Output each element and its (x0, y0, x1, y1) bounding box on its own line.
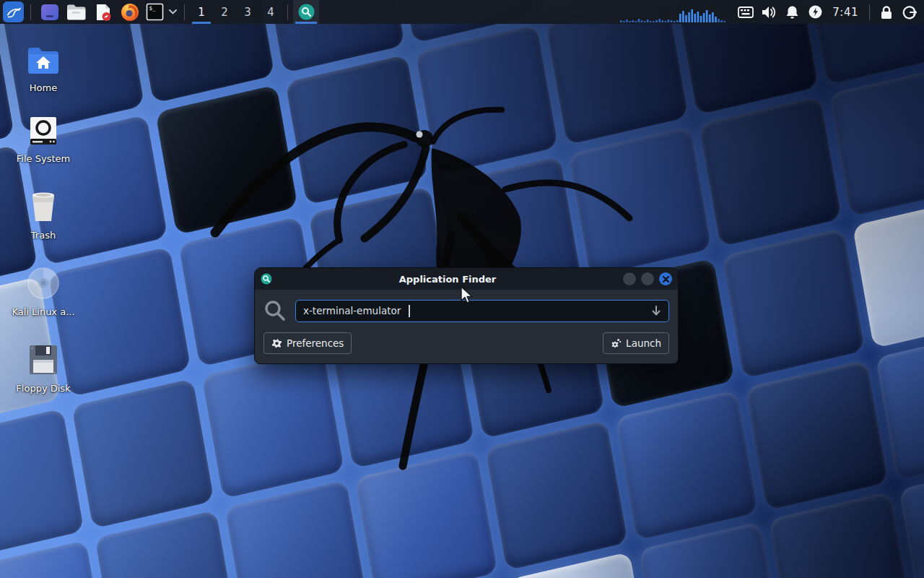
gear-icon (271, 338, 282, 349)
window-title: Application Finder (272, 274, 623, 285)
workspace-1[interactable]: 1 (190, 0, 213, 24)
top-panel: $_ 1 2 3 4 (0, 0, 924, 24)
wallpaper-cube (899, 462, 924, 578)
clock[interactable]: 7:41 (827, 6, 864, 19)
wallpaper-cube (0, 408, 84, 558)
minimize-button[interactable] (623, 272, 636, 285)
panel-separator (184, 4, 185, 20)
launcher-text-editor[interactable] (90, 0, 116, 24)
desktop-icon-label: File System (9, 153, 78, 164)
wallpaper-cube (485, 420, 628, 570)
lock-screen-button[interactable] (875, 0, 898, 24)
workspace-3[interactable]: 3 (236, 0, 259, 24)
close-icon (663, 276, 669, 282)
volume-tray-icon[interactable] (757, 0, 780, 24)
preferences-button[interactable]: Preferences (263, 332, 352, 354)
wallpaper-cube (201, 348, 344, 499)
notifications-bell-icon[interactable] (780, 0, 803, 24)
launcher-firefox[interactable] (116, 0, 143, 24)
wallpaper-cube (699, 96, 842, 246)
terminal-dropdown-chevron[interactable] (166, 0, 179, 24)
launch-button-label: Launch (626, 337, 661, 349)
desktop-icon-label: Trash (9, 230, 78, 241)
wallpaper-cube (155, 85, 298, 235)
workspace-label: 2 (221, 6, 228, 19)
search-tray-icon (298, 4, 315, 20)
search-icon (263, 299, 287, 322)
panel-separator (30, 4, 31, 20)
desktop-icon-label: Floppy Disk (9, 383, 78, 394)
wallpaper-cube (829, 66, 924, 216)
wallpaper-cube (722, 228, 865, 379)
keyboard-tray-icon[interactable] (734, 0, 757, 24)
lock-icon (880, 5, 893, 20)
workspace-2[interactable]: 2 (213, 0, 236, 24)
logout-icon (902, 5, 917, 20)
close-button[interactable] (659, 272, 672, 285)
wallpaper-cube (225, 480, 368, 578)
wallpaper-cube (71, 379, 214, 529)
desktop-icon-trash[interactable]: Trash (9, 188, 78, 241)
panel-separator (287, 4, 288, 20)
search-input-value: x-terminal-emulator (303, 305, 401, 316)
chevron-down-icon (169, 9, 177, 14)
desktop-icon-home[interactable]: Home (9, 40, 78, 93)
panel-separator (869, 4, 870, 20)
titlebar[interactable]: Application Finder (255, 268, 678, 290)
document-icon (94, 3, 113, 22)
audio-spectrum-graph[interactable] (619, 1, 727, 24)
workspace-label: 4 (267, 6, 274, 19)
firefox-icon (121, 3, 139, 22)
window-app-icon (40, 3, 59, 22)
floppy-disk-icon (9, 341, 78, 376)
wallpaper-cube (853, 198, 924, 348)
launcher-terminal[interactable]: $_ (143, 0, 166, 24)
folder-icon (66, 4, 86, 21)
search-input[interactable]: x-terminal-emulator (295, 300, 669, 322)
desktop-icon-file-system[interactable]: File System (9, 111, 78, 164)
application-finder-window: Application Finder x-terminal-emulator (254, 267, 679, 364)
launcher-whisker[interactable] (36, 0, 63, 24)
app-finder-badge-icon (261, 273, 272, 285)
svg-text:$_: $_ (149, 5, 156, 12)
desktop-icon-label: Kali Linux a... (9, 306, 78, 317)
wallpaper-cube (416, 25, 559, 175)
wallpaper-cube (355, 450, 498, 578)
wallpaper-cube (569, 126, 712, 277)
logout-button[interactable] (898, 0, 921, 24)
workspace-label: 1 (198, 6, 205, 19)
desktop-icon-kali-cd[interactable]: Kali Linux a... (9, 264, 78, 317)
applications-menu-button[interactable] (1, 0, 25, 24)
wallpaper-cube (746, 360, 889, 510)
workspace-switcher: 1 2 3 4 (190, 0, 282, 24)
launch-gear-icon (611, 338, 622, 349)
wallpaper-cube (285, 54, 428, 204)
cd-disc-icon (9, 264, 78, 299)
power-manager-icon[interactable] (803, 0, 827, 24)
launch-button[interactable]: Launch (603, 332, 669, 354)
dropdown-arrow-icon[interactable] (650, 305, 662, 317)
preferences-button-label: Preferences (287, 337, 344, 349)
desktop-icon-floppy-disk[interactable]: Floppy Disk (9, 341, 78, 394)
desktop-icon-label: Home (9, 82, 78, 93)
hard-drive-icon (9, 111, 78, 146)
home-folder-icon (9, 40, 78, 75)
kali-logo-icon (3, 1, 24, 22)
maximize-button[interactable] (641, 272, 654, 285)
trash-can-icon (9, 188, 78, 223)
text-caret (409, 305, 410, 317)
application-finder-tray-button[interactable] (293, 0, 319, 24)
workspace-label: 3 (244, 6, 251, 19)
terminal-icon: $_ (146, 3, 164, 21)
wallpaper-cube (615, 390, 758, 540)
workspace-4[interactable]: 4 (259, 0, 282, 24)
launcher-file-manager[interactable] (63, 0, 90, 24)
